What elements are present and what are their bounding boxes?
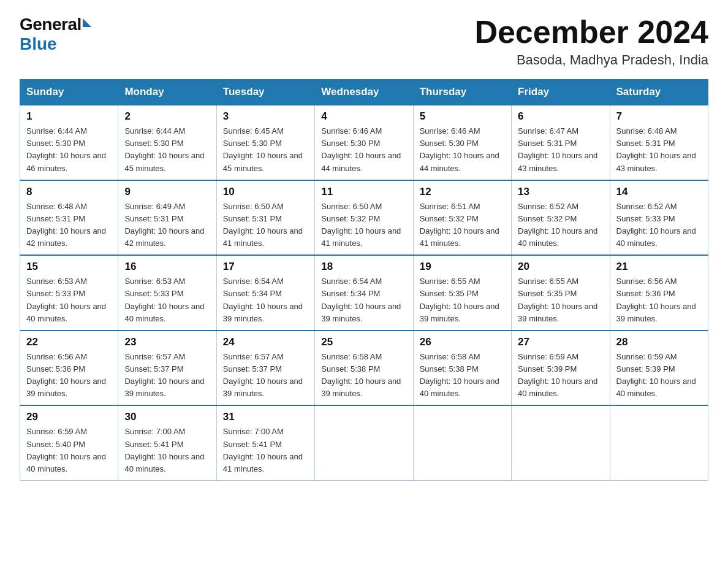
day-number: 19 xyxy=(420,261,505,273)
day-info: Sunrise: 6:44 AM Sunset: 5:30 PM Dayligh… xyxy=(26,125,112,175)
day-info: Sunrise: 6:55 AM Sunset: 5:35 PM Dayligh… xyxy=(518,275,603,325)
calendar-cell: 11 Sunrise: 6:50 AM Sunset: 5:32 PM Dayl… xyxy=(315,180,413,256)
day-info: Sunrise: 6:57 AM Sunset: 5:37 PM Dayligh… xyxy=(124,351,210,400)
day-info: Sunrise: 6:52 AM Sunset: 5:33 PM Dayligh… xyxy=(616,201,702,250)
day-number: 16 xyxy=(124,261,210,273)
calendar-cell: 2 Sunrise: 6:44 AM Sunset: 5:30 PM Dayli… xyxy=(118,105,216,180)
day-info: Sunrise: 6:56 AM Sunset: 5:36 PM Dayligh… xyxy=(26,351,112,400)
page-header: General Blue December 2024 Basoda, Madhy… xyxy=(20,15,708,68)
calendar-cell: 30 Sunrise: 7:00 AM Sunset: 5:41 PM Dayl… xyxy=(118,405,216,480)
calendar-cell: 17 Sunrise: 6:54 AM Sunset: 5:34 PM Dayl… xyxy=(216,255,314,331)
day-info: Sunrise: 6:53 AM Sunset: 5:33 PM Dayligh… xyxy=(26,275,112,325)
month-title: December 2024 xyxy=(474,15,708,50)
day-number: 31 xyxy=(223,411,308,423)
day-info: Sunrise: 6:54 AM Sunset: 5:34 PM Dayligh… xyxy=(321,275,406,325)
calendar-cell: 4 Sunrise: 6:46 AM Sunset: 5:30 PM Dayli… xyxy=(315,105,413,180)
day-info: Sunrise: 6:50 AM Sunset: 5:31 PM Dayligh… xyxy=(223,201,308,250)
day-info: Sunrise: 6:45 AM Sunset: 5:30 PM Dayligh… xyxy=(223,125,308,175)
logo: General Blue xyxy=(20,15,91,54)
day-number: 14 xyxy=(616,186,702,198)
day-number: 22 xyxy=(26,336,112,348)
calendar-cell: 1 Sunrise: 6:44 AM Sunset: 5:30 PM Dayli… xyxy=(20,105,118,180)
calendar-cell: 25 Sunrise: 6:58 AM Sunset: 5:38 PM Dayl… xyxy=(315,331,413,406)
calendar-cell: 22 Sunrise: 6:56 AM Sunset: 5:36 PM Dayl… xyxy=(20,331,118,406)
weekday-header-thursday: Thursday xyxy=(413,80,511,105)
day-number: 9 xyxy=(124,186,210,198)
day-number: 2 xyxy=(124,110,210,123)
calendar-cell: 6 Sunrise: 6:47 AM Sunset: 5:31 PM Dayli… xyxy=(512,105,610,180)
day-info: Sunrise: 6:58 AM Sunset: 5:38 PM Dayligh… xyxy=(420,351,505,400)
day-info: Sunrise: 6:51 AM Sunset: 5:32 PM Dayligh… xyxy=(420,201,505,250)
calendar-cell: 15 Sunrise: 6:53 AM Sunset: 5:33 PM Dayl… xyxy=(20,255,118,331)
calendar-cell xyxy=(512,405,610,480)
calendar-cell: 24 Sunrise: 6:57 AM Sunset: 5:37 PM Dayl… xyxy=(216,331,314,406)
calendar-cell: 21 Sunrise: 6:56 AM Sunset: 5:36 PM Dayl… xyxy=(610,255,708,331)
logo-general-text: General xyxy=(20,15,82,34)
day-info: Sunrise: 6:44 AM Sunset: 5:30 PM Dayligh… xyxy=(124,125,210,175)
day-number: 6 xyxy=(518,110,603,123)
calendar-cell xyxy=(413,405,511,480)
day-number: 28 xyxy=(616,336,702,348)
location-title: Basoda, Madhya Pradesh, India xyxy=(474,52,708,68)
calendar-cell: 5 Sunrise: 6:46 AM Sunset: 5:30 PM Dayli… xyxy=(413,105,511,180)
day-info: Sunrise: 6:52 AM Sunset: 5:32 PM Dayligh… xyxy=(518,201,603,250)
calendar-cell: 26 Sunrise: 6:58 AM Sunset: 5:38 PM Dayl… xyxy=(413,331,511,406)
day-number: 23 xyxy=(124,336,210,348)
day-info: Sunrise: 6:56 AM Sunset: 5:36 PM Dayligh… xyxy=(616,275,702,325)
day-number: 27 xyxy=(518,336,603,348)
calendar-cell: 31 Sunrise: 7:00 AM Sunset: 5:41 PM Dayl… xyxy=(216,405,314,480)
calendar-table: SundayMondayTuesdayWednesdayThursdayFrid… xyxy=(20,79,708,481)
weekday-header-friday: Friday xyxy=(512,80,610,105)
day-number: 12 xyxy=(420,186,505,198)
day-number: 21 xyxy=(616,261,702,273)
calendar-cell: 13 Sunrise: 6:52 AM Sunset: 5:32 PM Dayl… xyxy=(512,180,610,256)
day-info: Sunrise: 6:59 AM Sunset: 5:39 PM Dayligh… xyxy=(518,351,603,400)
day-info: Sunrise: 7:00 AM Sunset: 5:41 PM Dayligh… xyxy=(223,426,308,475)
week-row-4: 22 Sunrise: 6:56 AM Sunset: 5:36 PM Dayl… xyxy=(20,331,708,406)
day-number: 29 xyxy=(26,411,112,423)
calendar-cell: 8 Sunrise: 6:48 AM Sunset: 5:31 PM Dayli… xyxy=(20,180,118,256)
day-info: Sunrise: 7:00 AM Sunset: 5:41 PM Dayligh… xyxy=(124,426,210,475)
day-info: Sunrise: 6:49 AM Sunset: 5:31 PM Dayligh… xyxy=(124,201,210,250)
day-number: 30 xyxy=(124,411,210,423)
weekday-header-row: SundayMondayTuesdayWednesdayThursdayFrid… xyxy=(20,80,708,105)
calendar-cell: 29 Sunrise: 6:59 AM Sunset: 5:40 PM Dayl… xyxy=(20,405,118,480)
weekday-header-tuesday: Tuesday xyxy=(216,80,314,105)
week-row-2: 8 Sunrise: 6:48 AM Sunset: 5:31 PM Dayli… xyxy=(20,180,708,256)
day-info: Sunrise: 6:53 AM Sunset: 5:33 PM Dayligh… xyxy=(124,275,210,325)
calendar-cell: 16 Sunrise: 6:53 AM Sunset: 5:33 PM Dayl… xyxy=(118,255,216,331)
day-info: Sunrise: 6:59 AM Sunset: 5:39 PM Dayligh… xyxy=(616,351,702,400)
calendar-cell: 14 Sunrise: 6:52 AM Sunset: 5:33 PM Dayl… xyxy=(610,180,708,256)
day-number: 13 xyxy=(518,186,603,198)
calendar-cell: 7 Sunrise: 6:48 AM Sunset: 5:31 PM Dayli… xyxy=(610,105,708,180)
day-info: Sunrise: 6:57 AM Sunset: 5:37 PM Dayligh… xyxy=(223,351,308,400)
title-block: December 2024 Basoda, Madhya Pradesh, In… xyxy=(474,15,708,68)
day-info: Sunrise: 6:47 AM Sunset: 5:31 PM Dayligh… xyxy=(518,125,603,175)
day-number: 11 xyxy=(321,186,406,198)
calendar-cell: 3 Sunrise: 6:45 AM Sunset: 5:30 PM Dayli… xyxy=(216,105,314,180)
weekday-header-monday: Monday xyxy=(118,80,216,105)
week-row-3: 15 Sunrise: 6:53 AM Sunset: 5:33 PM Dayl… xyxy=(20,255,708,331)
day-number: 7 xyxy=(616,110,702,123)
day-number: 10 xyxy=(223,186,308,198)
day-number: 18 xyxy=(321,261,406,273)
week-row-1: 1 Sunrise: 6:44 AM Sunset: 5:30 PM Dayli… xyxy=(20,105,708,180)
weekday-header-saturday: Saturday xyxy=(610,80,708,105)
calendar-cell xyxy=(315,405,413,480)
day-info: Sunrise: 6:48 AM Sunset: 5:31 PM Dayligh… xyxy=(26,201,112,250)
logo-triangle-icon xyxy=(83,18,91,27)
day-number: 20 xyxy=(518,261,603,273)
weekday-header-wednesday: Wednesday xyxy=(315,80,413,105)
calendar-cell: 18 Sunrise: 6:54 AM Sunset: 5:34 PM Dayl… xyxy=(315,255,413,331)
week-row-5: 29 Sunrise: 6:59 AM Sunset: 5:40 PM Dayl… xyxy=(20,405,708,480)
calendar-cell xyxy=(610,405,708,480)
day-info: Sunrise: 6:48 AM Sunset: 5:31 PM Dayligh… xyxy=(616,125,702,175)
calendar-cell: 9 Sunrise: 6:49 AM Sunset: 5:31 PM Dayli… xyxy=(118,180,216,256)
day-info: Sunrise: 6:50 AM Sunset: 5:32 PM Dayligh… xyxy=(321,201,406,250)
day-number: 24 xyxy=(223,336,308,348)
calendar-cell: 19 Sunrise: 6:55 AM Sunset: 5:35 PM Dayl… xyxy=(413,255,511,331)
day-number: 17 xyxy=(223,261,308,273)
day-number: 3 xyxy=(223,110,308,123)
day-info: Sunrise: 6:54 AM Sunset: 5:34 PM Dayligh… xyxy=(223,275,308,325)
calendar-cell: 12 Sunrise: 6:51 AM Sunset: 5:32 PM Dayl… xyxy=(413,180,511,256)
